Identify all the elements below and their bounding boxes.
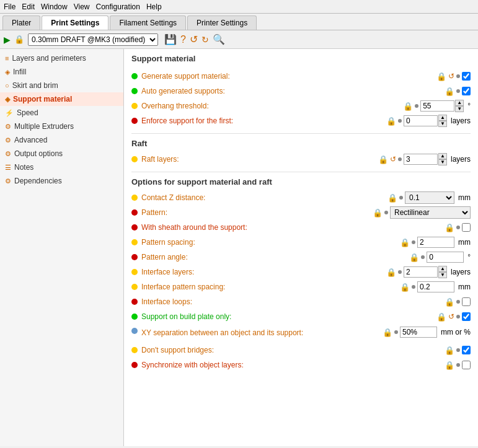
- tabs-bar: Plater Print Settings Filament Settings …: [0, 14, 478, 30]
- label-enforce: Enforce support for the first:: [141, 116, 386, 125]
- select-pattern[interactable]: Rectilinear Honeycomb Pillars: [390, 206, 471, 219]
- sidebar-item-notes[interactable]: ☰ Notes: [0, 160, 123, 174]
- checkbox-dont-bridges[interactable]: [462, 346, 471, 354]
- spinbox-enforce-input[interactable]: [404, 115, 438, 126]
- row-auto-supports: Auto generated supports: 🔒: [131, 84, 471, 99]
- row-sheath: With sheath around the support: 🔒: [131, 220, 471, 235]
- checkbox-generate-support[interactable]: [462, 72, 471, 81]
- indicator-sheath: [131, 224, 138, 231]
- lock-xy[interactable]: 🔒: [383, 328, 392, 337]
- sidebar-item-advanced[interactable]: ⚙ Advanced: [0, 133, 123, 147]
- input-xy[interactable]: [400, 327, 437, 338]
- options-support-title: Options for support material and raft: [131, 177, 471, 187]
- divider-2: [131, 172, 471, 172]
- spinbox-enforce-down[interactable]: ▼: [438, 121, 447, 127]
- select-contact-z[interactable]: 0.1 0 0.2: [405, 191, 454, 204]
- menu-view[interactable]: View: [74, 2, 90, 11]
- menu-help[interactable]: Help: [146, 2, 162, 11]
- label-raft: Raft layers:: [141, 155, 378, 164]
- input-pattern-spacing[interactable]: [417, 237, 454, 248]
- spinbox-overhang-up[interactable]: ▲: [455, 100, 464, 106]
- menu-configuration[interactable]: Configuration: [96, 2, 140, 11]
- reset-raft[interactable]: ↺: [390, 155, 396, 164]
- checkbox-build-plate[interactable]: [462, 312, 471, 321]
- row-interface-loops: Interface loops: 🔒: [131, 294, 471, 309]
- sidebar-label-layers: Layers and perimeters: [12, 54, 86, 63]
- lock-pattern-angle[interactable]: 🔒: [409, 253, 419, 262]
- lock-pattern-spacing[interactable]: 🔒: [400, 238, 410, 247]
- checkbox-auto-supports[interactable]: [462, 87, 471, 95]
- raft-section: Raft Raft layers: 🔒 ↺ ▲ ▼ la: [131, 139, 471, 167]
- lock-generate-support[interactable]: 🔒: [436, 72, 446, 81]
- lock-dont-bridges[interactable]: 🔒: [445, 346, 454, 355]
- options-support-section: Options for support material and raft Co…: [131, 177, 471, 372]
- save-icon[interactable]: 💾: [164, 33, 177, 45]
- help-icon[interactable]: ?: [180, 34, 186, 45]
- unit-interface-spacing: mm: [458, 283, 471, 291]
- menu-window[interactable]: Window: [41, 2, 68, 11]
- tab-plater[interactable]: Plater: [2, 15, 40, 30]
- sidebar-item-output[interactable]: ⚙ Output options: [0, 147, 123, 160]
- reset-generate-support[interactable]: ↺: [448, 72, 454, 81]
- lock-interface-layers[interactable]: 🔒: [386, 268, 396, 277]
- undo-icon[interactable]: ↺: [190, 33, 198, 45]
- search-icon[interactable]: 🔍: [213, 33, 225, 45]
- dot-pattern-angle: [421, 255, 425, 259]
- sidebar-item-skirt[interactable]: ○ Skirt and brim: [0, 79, 123, 92]
- checkbox-sync-object[interactable]: [462, 361, 471, 369]
- controls-dont-bridges: 🔒: [445, 346, 471, 355]
- dot-dont-bridges: [456, 348, 460, 352]
- spinbox-overhang-down[interactable]: ▼: [455, 106, 464, 112]
- lock-sync-object[interactable]: 🔒: [445, 361, 454, 370]
- lock-build-plate[interactable]: 🔒: [436, 312, 446, 322]
- input-interface-spacing[interactable]: [417, 281, 454, 292]
- lock-interface-loops[interactable]: 🔒: [445, 297, 454, 307]
- unit-contact-z: mm: [458, 193, 471, 202]
- spinbox-overhang: ▲ ▼: [420, 100, 464, 112]
- support-material-section: Support material Generate support materi…: [131, 54, 471, 128]
- lock-interface-spacing[interactable]: 🔒: [400, 283, 410, 292]
- preset-selector[interactable]: 0.30mm DRAFT @MK3 (modified): [28, 33, 158, 46]
- redo-icon[interactable]: ↻: [201, 35, 209, 45]
- spinbox-raft-up[interactable]: ▲: [438, 153, 447, 159]
- reset-build-plate[interactable]: ↺: [448, 312, 454, 321]
- dot-overhang: [415, 104, 418, 108]
- right-panel: Support material Generate support materi…: [124, 49, 478, 446]
- lock-pattern[interactable]: 🔒: [373, 208, 383, 217]
- input-pattern-angle[interactable]: [427, 252, 464, 263]
- sidebar-item-dependencies[interactable]: ⚙ Dependencies: [0, 174, 123, 188]
- sidebar-item-speed[interactable]: ⚡ Speed: [0, 106, 123, 120]
- spinbox-raft-input[interactable]: [404, 154, 438, 165]
- spinbox-overhang-input[interactable]: [420, 100, 454, 112]
- controls-overhang: 🔒 ▲ ▼ °: [403, 100, 471, 112]
- checkbox-interface-loops[interactable]: [462, 297, 471, 306]
- label-overhang: Overhang threshold:: [141, 102, 403, 110]
- lock-sheath[interactable]: 🔒: [445, 223, 454, 232]
- sidebar-item-support[interactable]: ◈ Support material: [0, 92, 123, 106]
- sidebar-item-layers[interactable]: ≡ Layers and perimeters: [0, 51, 123, 65]
- lock-auto-supports[interactable]: 🔒: [445, 87, 454, 96]
- menu-edit[interactable]: Edit: [22, 2, 35, 11]
- label-pattern-angle: Pattern angle:: [141, 253, 409, 261]
- spinbox-interface-input[interactable]: [404, 266, 438, 278]
- dot-build-plate: [456, 315, 460, 318]
- dot-enforce: [398, 119, 402, 123]
- spinbox-raft-down[interactable]: ▼: [438, 159, 447, 165]
- menu-file[interactable]: File: [4, 2, 15, 11]
- tab-print-settings[interactable]: Print Settings: [42, 15, 108, 30]
- tab-filament-settings[interactable]: Filament Settings: [110, 15, 186, 30]
- lock-enforce[interactable]: 🔒: [386, 116, 396, 126]
- support-material-title: Support material: [131, 54, 471, 65]
- spinbox-enforce-up[interactable]: ▲: [438, 115, 447, 121]
- sidebar-item-extruders[interactable]: ⚙ Multiple Extruders: [0, 120, 123, 133]
- lock-raft[interactable]: 🔒: [378, 155, 388, 164]
- sidebar-item-infill[interactable]: ◈ Infill: [0, 65, 123, 79]
- checkbox-sheath[interactable]: [462, 223, 471, 232]
- lock-contact-z[interactable]: 🔒: [387, 193, 397, 203]
- spinbox-interface-down[interactable]: ▼: [438, 272, 447, 278]
- spinbox-interface-up[interactable]: ▲: [438, 266, 447, 272]
- label-interface-loops: Interface loops:: [141, 297, 445, 306]
- tab-printer-settings[interactable]: Printer Settings: [187, 15, 257, 30]
- sidebar: ≡ Layers and perimeters ◈ Infill ○ Skirt…: [0, 49, 124, 446]
- lock-overhang[interactable]: 🔒: [403, 102, 413, 111]
